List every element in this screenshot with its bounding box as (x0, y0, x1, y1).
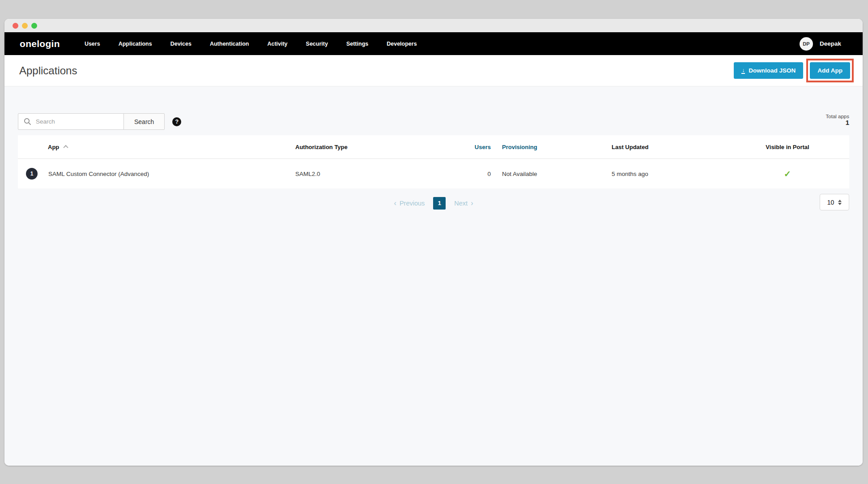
app-name-link[interactable]: SAML Custom Connector (Advanced) (48, 171, 149, 177)
pagination: ‹ Previous 1 Next › 10 (18, 195, 849, 211)
nav-item-applications[interactable]: Applications (119, 41, 152, 47)
chevron-right-icon: › (471, 199, 473, 207)
nav-item-devices[interactable]: Devices (170, 41, 191, 47)
column-header-provisioning[interactable]: Provisioning (491, 144, 612, 150)
cell-last-updated: 5 months ago (612, 171, 726, 177)
applications-table: App Authorization Type Users Provisionin… (18, 135, 849, 188)
download-icon: ↓ (741, 68, 745, 74)
cell-provisioning: Not Available (491, 171, 612, 177)
mac-titlebar (4, 19, 863, 32)
nav-item-security[interactable]: Security (306, 41, 328, 47)
nav-item-authentication[interactable]: Authentication (210, 41, 249, 47)
table-row[interactable]: 1 SAML Custom Connector (Advanced) SAML2… (18, 159, 849, 188)
table-header-row: App Authorization Type Users Provisionin… (18, 135, 849, 159)
nav-item-developers[interactable]: Developers (387, 41, 417, 47)
page-size-value: 10 (827, 199, 834, 206)
page-title: Applications (19, 64, 77, 77)
column-header-app[interactable]: App (18, 144, 295, 150)
visible-check-icon: ✓ (726, 169, 849, 179)
chevron-left-icon: ‹ (394, 199, 396, 207)
search-group: Search ? (18, 113, 181, 130)
nav-item-settings[interactable]: Settings (346, 41, 368, 47)
column-header-last-updated[interactable]: Last Updated (612, 144, 726, 150)
close-window-icon[interactable] (13, 23, 18, 29)
column-header-app-label: App (48, 144, 59, 150)
nav-item-activity[interactable]: Activity (267, 41, 287, 47)
help-icon[interactable]: ? (172, 117, 181, 126)
column-header-authorization-type[interactable]: Authorization Type (295, 144, 446, 150)
total-apps: Total apps 1 (826, 113, 849, 127)
cell-users: 0 (446, 171, 491, 177)
search-input-wrap (18, 113, 124, 130)
top-navbar: onelogin Users Applications Devices Auth… (4, 32, 863, 55)
next-label: Next (454, 200, 468, 207)
add-app-highlight-box: Add App (806, 59, 854, 82)
user-menu[interactable]: DP Deepak (800, 37, 841, 51)
column-header-visible-in-portal[interactable]: Visible in Portal (726, 144, 849, 150)
next-page-button[interactable]: Next › (454, 199, 473, 207)
cell-authorization-type: SAML2.0 (295, 171, 446, 177)
app-window: onelogin Users Applications Devices Auth… (4, 19, 863, 466)
nav-item-users[interactable]: Users (85, 41, 100, 47)
minimize-window-icon[interactable] (22, 23, 28, 29)
toolbar-row: Search ? Total apps 1 (18, 113, 849, 130)
previous-label: Previous (400, 200, 425, 207)
nav-items: Users Applications Devices Authenticatio… (85, 41, 417, 47)
current-page-button[interactable]: 1 (433, 197, 446, 210)
add-app-button[interactable]: Add App (810, 62, 850, 79)
page-header: Applications ↓ Download JSON Add App (4, 55, 863, 86)
onelogin-logo[interactable]: onelogin (20, 39, 60, 49)
main-content: Search ? Total apps 1 App Authorization … (4, 86, 863, 466)
header-actions: ↓ Download JSON Add App (734, 59, 854, 82)
user-name[interactable]: Deepak (820, 40, 841, 47)
search-icon (24, 118, 31, 125)
search-button[interactable]: Search (123, 113, 165, 130)
download-json-button[interactable]: ↓ Download JSON (734, 62, 803, 79)
cell-app: 1 SAML Custom Connector (Advanced) (18, 168, 295, 180)
sort-asc-icon (64, 145, 68, 150)
previous-page-button[interactable]: ‹ Previous (394, 199, 425, 207)
row-number-badge: 1 (26, 168, 38, 180)
column-header-users[interactable]: Users (446, 144, 491, 150)
page-size-select[interactable]: 10 (820, 194, 849, 210)
total-apps-value: 1 (826, 119, 849, 127)
zoom-window-icon[interactable] (31, 23, 37, 29)
search-input[interactable] (36, 118, 118, 125)
spinner-arrows-icon (838, 200, 842, 205)
avatar[interactable]: DP (800, 37, 813, 51)
download-json-label: Download JSON (749, 67, 796, 74)
